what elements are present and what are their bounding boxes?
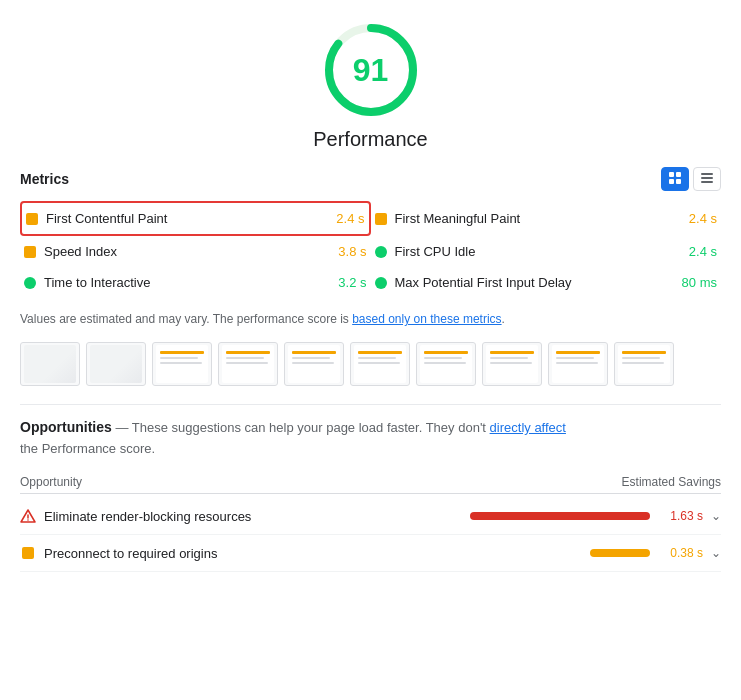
list-icon (700, 171, 714, 188)
thumbnail-image (288, 345, 340, 383)
metric-name: Speed Index (44, 244, 309, 259)
expand-chevron-icon[interactable]: ⌄ (711, 546, 721, 560)
metric-dot-green (375, 277, 387, 289)
svg-rect-8 (701, 181, 713, 183)
svg-rect-2 (669, 172, 674, 177)
thumbnail (416, 342, 476, 386)
thumbnail-image (486, 345, 538, 383)
metrics-disclaimer-link[interactable]: based only on these metrics (352, 312, 501, 326)
savings-value: 1.63 s (658, 509, 703, 523)
metric-max-potential-fid: Max Potential First Input Delay 80 ms (371, 267, 722, 298)
metric-dot-orange (375, 213, 387, 225)
metric-first-cpu-idle: First CPU Idle 2.4 s (371, 236, 722, 267)
metric-name: Max Potential First Input Delay (395, 275, 660, 290)
metrics-title: Metrics (20, 171, 69, 187)
savings-bar-wrapper: 1.63 s ⌄ (470, 509, 721, 523)
opportunities-title: Opportunities (20, 419, 112, 435)
thumbnail-image (24, 345, 76, 383)
view-toggle (661, 167, 721, 191)
metric-speed-index: Speed Index 3.8 s (20, 236, 371, 267)
thumbnail (20, 342, 80, 386)
thumbnail-image (156, 345, 208, 383)
opportunities-table-header: Opportunity Estimated Savings (20, 471, 721, 494)
metric-value: 3.8 s (317, 244, 367, 259)
opportunities-header: Opportunities — These suggestions can he… (20, 417, 721, 459)
metric-first-meaningful-paint: First Meaningful Paint 2.4 s (371, 201, 722, 236)
metric-name: First CPU Idle (395, 244, 660, 259)
svg-point-11 (27, 519, 29, 521)
score-value: 91 (353, 52, 389, 89)
metric-dot-green (24, 277, 36, 289)
metric-value: 3.2 s (317, 275, 367, 290)
thumbnail-image (222, 345, 274, 383)
metric-dot-orange (26, 213, 38, 225)
grid-view-button[interactable] (661, 167, 689, 191)
thumbnail (86, 342, 146, 386)
metric-name: First Contentful Paint (46, 211, 307, 226)
metric-value: 80 ms (667, 275, 717, 290)
savings-bar (590, 549, 650, 557)
thumbnail-image (354, 345, 406, 383)
warning-square-icon (20, 545, 36, 561)
filmstrip-thumbnails (20, 342, 721, 386)
metric-value: 2.4 s (315, 211, 365, 226)
list-view-button[interactable] (693, 167, 721, 191)
thumbnail (152, 342, 212, 386)
svg-rect-12 (22, 547, 34, 559)
metric-name: First Meaningful Paint (395, 211, 660, 226)
opportunity-name: Preconnect to required origins (44, 546, 582, 561)
expand-chevron-icon[interactable]: ⌄ (711, 509, 721, 523)
score-section: 91 Performance (20, 20, 721, 151)
thumbnail-image (90, 345, 142, 383)
thumbnail (548, 342, 608, 386)
score-circle: 91 (321, 20, 421, 120)
metrics-grid: First Contentful Paint 2.4 s First Meani… (20, 201, 721, 298)
thumbnail (350, 342, 410, 386)
thumbnail-image (552, 345, 604, 383)
col-savings: Estimated Savings (622, 475, 721, 489)
metrics-header: Metrics (20, 167, 721, 191)
thumbnail-image (420, 345, 472, 383)
warning-triangle-icon (20, 508, 36, 524)
svg-rect-5 (676, 179, 681, 184)
grid-icon (668, 171, 682, 188)
metric-value: 2.4 s (667, 211, 717, 226)
metric-dot-orange (24, 246, 36, 258)
opportunity-name: Eliminate render-blocking resources (44, 509, 462, 524)
svg-rect-6 (701, 173, 713, 175)
opportunity-item-preconnect: Preconnect to required origins 0.38 s ⌄ (20, 535, 721, 572)
savings-bar-wrapper: 0.38 s ⌄ (590, 546, 721, 560)
thumbnail (284, 342, 344, 386)
col-opportunity: Opportunity (20, 475, 82, 489)
divider (20, 404, 721, 405)
thumbnail-image (618, 345, 670, 383)
savings-bar (470, 512, 650, 520)
metrics-disclaimer: Values are estimated and may vary. The p… (20, 310, 721, 328)
opportunity-item-render-blocking: Eliminate render-blocking resources 1.63… (20, 498, 721, 535)
directly-affect-link[interactable]: directly affect (490, 420, 566, 435)
metric-name: Time to Interactive (44, 275, 309, 290)
thumbnail (482, 342, 542, 386)
thumbnail (614, 342, 674, 386)
metric-first-contentful-paint: First Contentful Paint 2.4 s (20, 201, 371, 236)
svg-rect-3 (676, 172, 681, 177)
svg-rect-7 (701, 177, 713, 179)
savings-value: 0.38 s (658, 546, 703, 560)
metric-dot-green (375, 246, 387, 258)
score-label: Performance (313, 128, 428, 151)
thumbnail (218, 342, 278, 386)
metric-value: 2.4 s (667, 244, 717, 259)
metric-time-to-interactive: Time to Interactive 3.2 s (20, 267, 371, 298)
svg-rect-4 (669, 179, 674, 184)
